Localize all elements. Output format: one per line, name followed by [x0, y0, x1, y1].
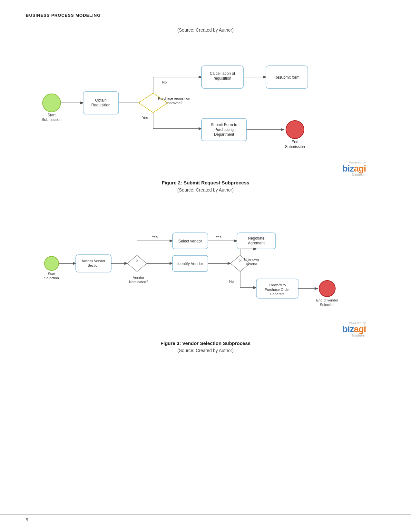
figure2-source-top: (Source: Created by Author)	[26, 27, 385, 33]
bizagi-brand-2: bizagi	[342, 325, 366, 334]
svg-text:Submit Form to: Submit Form to	[211, 123, 237, 127]
svg-text:Submission: Submission	[285, 144, 305, 149]
svg-text:End of vendor: End of vendor	[316, 298, 338, 302]
svg-text:Submission: Submission	[42, 117, 62, 122]
page-footer: 9	[0, 514, 411, 522]
page: BUSINESS PROCESS MODELING (Source: Creat…	[0, 0, 411, 532]
figure2-diagram: Start Submission Obtain Requisition Purc…	[26, 38, 385, 158]
svg-text:Agrement: Agrement	[248, 241, 265, 245]
svg-text:Identify Vendor: Identify Vendor	[177, 261, 203, 266]
svg-text:Department: Department	[214, 132, 234, 137]
svg-text:Purchase Order: Purchase Order	[265, 288, 290, 291]
svg-text:Section: Section	[88, 263, 100, 267]
svg-text:Negotiate: Negotiate	[248, 236, 265, 241]
figure2-label: Figure 2: Submit Request Subprocess	[26, 180, 385, 185]
svg-text:requisition: requisition	[214, 76, 231, 81]
svg-text:Generate: Generate	[270, 292, 285, 296]
svg-text:Unknown: Unknown	[244, 258, 259, 261]
svg-marker-39	[127, 255, 147, 271]
svg-text:Start: Start	[47, 113, 56, 117]
svg-text:Purchase requisition: Purchase requisition	[158, 96, 190, 100]
svg-text:Obtain: Obtain	[95, 98, 106, 103]
svg-text:Forward to: Forward to	[269, 283, 286, 287]
svg-text:End: End	[291, 140, 298, 144]
svg-text:Access Vendor: Access Vendor	[82, 259, 105, 263]
svg-text:Selection: Selection	[44, 276, 59, 280]
svg-point-71	[319, 281, 335, 297]
svg-text:✕: ✕	[135, 258, 139, 263]
svg-text:Requisition: Requisition	[91, 103, 110, 107]
svg-text:✕: ✕	[239, 258, 242, 263]
svg-text:Selection: Selection	[320, 303, 334, 307]
svg-point-31	[44, 256, 59, 271]
svg-text:Vendor: Vendor	[133, 276, 144, 280]
svg-text:No: No	[162, 80, 167, 84]
bizagi-brand: bizagi	[342, 164, 366, 173]
figure3-label: Figure 3: Vendor Selection Subprocess	[26, 340, 385, 346]
svg-text:Select vendor: Select vendor	[178, 239, 202, 243]
svg-text:Calcel lation of: Calcel lation of	[210, 71, 235, 76]
bizagi-logo-2: Powered by bizagi Modeler	[26, 321, 366, 337]
svg-text:Yes: Yes	[152, 235, 158, 239]
figure3-diagram: Start Selection Access Vendor Section ✕ …	[26, 199, 385, 318]
svg-text:Resubmit form: Resubmit form	[274, 75, 299, 80]
svg-text:Yes: Yes	[142, 116, 148, 120]
svg-text:Purchasing: Purchasing	[214, 127, 234, 132]
figure3-source-bottom: (Source: Created by Author)	[26, 348, 385, 353]
bizagi-logo-1: Powered by bizagi Modeler	[26, 161, 366, 177]
svg-text:Yes: Yes	[216, 235, 221, 239]
svg-marker-8	[139, 93, 168, 113]
svg-point-0	[43, 94, 61, 112]
svg-text:Start: Start	[48, 272, 55, 276]
svg-text:approved?: approved?	[166, 101, 182, 105]
svg-text:No: No	[229, 280, 234, 283]
svg-point-28	[286, 121, 304, 139]
bizagi-modeler: Modeler	[352, 173, 366, 177]
bizagi-modeler-2: Modeler	[352, 334, 366, 337]
svg-text:Nominated?: Nominated?	[129, 280, 148, 284]
page-number: 9	[26, 517, 28, 522]
page-header: BUSINESS PROCESS MODELING	[26, 13, 385, 18]
svg-text:Vendor: Vendor	[246, 262, 257, 266]
figure2-source-bottom: (Source: Created by Author)	[26, 187, 385, 192]
